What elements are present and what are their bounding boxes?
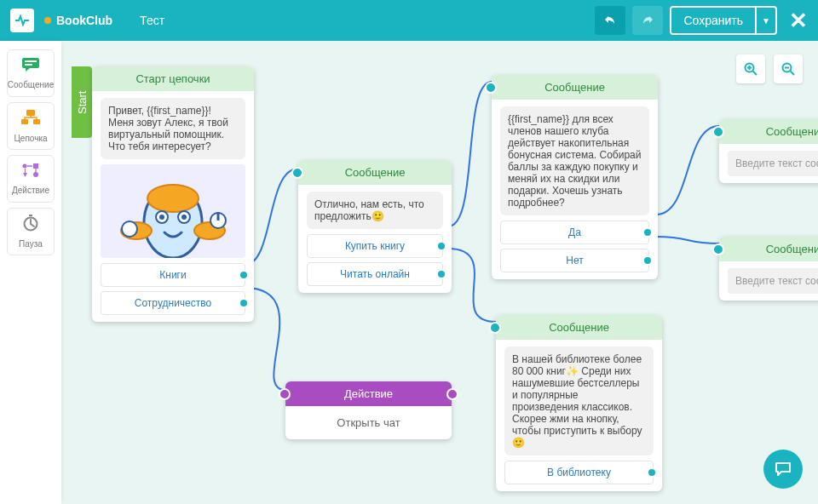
node-start-title: Старт цепочки [92,66,254,91]
svg-marker-1 [26,68,30,72]
node-msg4-placeholder[interactable]: Введите текст сообщен [728,151,818,176]
node-start-image [101,164,245,258]
port-out-icon[interactable] [642,255,653,266]
port-in-icon[interactable] [279,388,291,400]
palette-pause-label: Пауза [19,239,43,249]
top-bar: BookClub Тест Сохранить ▼ ✕ [0,0,818,41]
node-msg5[interactable]: Сообщение Введите текст сообщен [719,237,818,301]
unsaved-dot-icon [44,17,51,24]
port-out-icon[interactable] [239,298,249,308]
svg-rect-2 [25,60,37,62]
node-start-opt-partner[interactable]: Сотрудничество [101,291,245,315]
message-icon [21,57,40,77]
svg-line-28 [791,72,795,76]
zoom-out-button[interactable] [774,54,803,83]
palette-action[interactable]: Действие [7,155,55,203]
node-msg5-placeholder[interactable]: Введите текст сообщен [728,268,818,294]
breadcrumb-page[interactable]: Тест [140,14,164,27]
port-out-icon[interactable] [446,388,458,400]
redo-button[interactable] [632,6,663,35]
zoom-controls [736,54,803,83]
svg-point-14 [147,185,199,212]
node-msg3-title: Сообщение [496,315,662,340]
node-start-text: Привет, {{first_name}}! Меня зовут Алекс… [101,98,245,159]
help-button[interactable] [763,450,803,489]
node-msg4-title: Сообщение [719,119,818,144]
node-msg1-opt-read[interactable]: Читать онлайн [307,262,443,286]
tool-palette: Сообщение Цепочка Действие Пауза [0,41,61,504]
node-msg5-title: Сообщение [719,237,818,261]
port-in-icon[interactable] [489,322,501,334]
svg-rect-5 [21,119,28,124]
port-in-icon[interactable] [291,167,303,179]
port-out-icon[interactable] [642,227,653,238]
palette-chain-label: Цепочка [14,134,47,143]
node-msg4[interactable]: Сообщение Введите текст сообщен [719,119,818,183]
port-out-icon[interactable] [436,241,446,251]
port-in-icon[interactable] [485,82,497,94]
node-msg1-opt-buy[interactable]: Купить книгу [307,234,443,258]
svg-rect-12 [29,215,32,216]
palette-message-label: Сообщение [8,80,54,89]
node-msg1-title: Сообщение [298,160,452,185]
node-msg2[interactable]: Сообщение {{first_name}} для всех членов… [492,75,658,279]
save-button[interactable]: Сохранить [671,8,755,33]
robot-illustration-icon [101,164,245,258]
node-start[interactable]: Старт цепочки Привет, {{first_name}}! Ме… [92,66,254,322]
svg-point-18 [181,215,187,220]
breadcrumb-project[interactable]: BookClub [44,14,112,27]
node-msg2-text: {{first_name}} для всех членов нашего кл… [500,106,649,215]
palette-action-label: Действие [12,186,49,195]
svg-rect-4 [26,110,35,116]
palette-pause[interactable]: Пауза [7,208,55,255]
node-action[interactable]: Действие Открыть чат [285,381,452,439]
svg-rect-0 [22,58,39,68]
close-button[interactable]: ✕ [789,8,808,34]
chat-help-icon [774,460,792,478]
save-button-group: Сохранить ▼ [670,6,777,35]
port-in-icon[interactable] [712,243,724,255]
palette-chain[interactable]: Цепочка [7,102,55,150]
save-dropdown[interactable]: ▼ [755,8,775,33]
node-msg2-opt-no[interactable]: Нет [500,249,649,272]
port-out-icon[interactable] [239,270,249,280]
svg-rect-8 [33,163,38,169]
port-out-icon[interactable] [647,467,657,478]
svg-marker-9 [23,173,27,177]
port-out-icon[interactable] [436,269,446,279]
svg-point-7 [23,164,27,169]
chain-icon [20,109,41,130]
pause-icon [22,215,39,236]
node-msg3-text: В нашей библиотеке более 80 000 книг✨ Ср… [504,346,654,455]
svg-rect-3 [25,64,32,66]
zoom-in-button[interactable] [736,54,765,83]
node-msg1[interactable]: Сообщение Отлично, нам есть, что предлож… [298,160,452,293]
node-msg2-opt-yes[interactable]: Да [500,220,649,244]
node-msg1-text: Отлично, нам есть, что предложить🙂 [307,192,443,229]
svg-rect-6 [33,119,40,124]
svg-point-20 [122,221,137,237]
project-name: BookClub [56,14,112,27]
svg-point-10 [33,172,38,177]
svg-point-16 [159,215,164,220]
app-logo[interactable] [10,9,34,32]
node-start-opt-books[interactable]: Книги [101,263,245,287]
node-action-text: Открыть чат [285,406,452,439]
palette-message[interactable]: Сообщение [7,49,55,97]
flow-canvas[interactable]: Start Старт цепочки Привет, {{first_name… [61,41,818,504]
svg-line-24 [753,72,758,76]
action-icon [21,163,40,182]
undo-button[interactable] [595,6,625,35]
node-msg2-title: Сообщение [492,75,658,100]
port-in-icon[interactable] [712,126,724,138]
node-msg3-opt-library[interactable]: В библиотеку [504,461,654,484]
start-tab[interactable]: Start [72,66,92,138]
node-msg3[interactable]: Сообщение В нашей библиотеке более 80 00… [496,315,662,491]
node-action-title: Действие [285,381,452,406]
